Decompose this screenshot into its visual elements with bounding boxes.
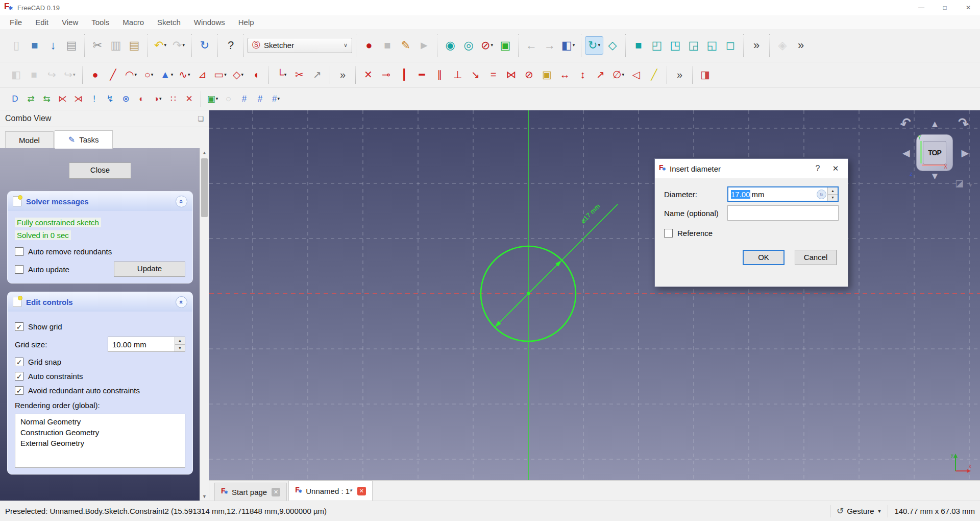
create-fillet-icon[interactable]: └▾ xyxy=(273,66,290,83)
diameter-dimension-label[interactable]: ⌀17 mm xyxy=(579,202,602,225)
dialog-help-button[interactable]: ? xyxy=(810,164,825,173)
diameter-dimension-line[interactable] xyxy=(495,204,618,327)
macro-edit-icon[interactable]: ✎ xyxy=(397,36,415,55)
toolbar-overflow-icon[interactable]: » xyxy=(671,66,689,83)
reference-checkbox[interactable]: ✓ xyxy=(664,229,673,238)
diameter-input[interactable]: 17.00 mm fx ▲▼ xyxy=(727,186,839,202)
menu-sketch[interactable]: Sketch xyxy=(151,18,187,27)
minimize-button[interactable]: — xyxy=(910,0,933,15)
create-bspline-icon[interactable]: ∿▾ xyxy=(176,66,193,83)
select-conflicting-icon[interactable]: ⋊ xyxy=(70,91,86,107)
show-grid-checkbox[interactable]: ✓ xyxy=(15,322,23,331)
texture-view-icon[interactable]: ▣ xyxy=(496,36,514,55)
menu-macro[interactable]: Macro xyxy=(116,18,151,27)
tab-tasks[interactable]: ✎Tasks xyxy=(55,130,113,149)
constrain-angle-icon[interactable]: ◁ xyxy=(627,66,645,83)
close-tab-icon[interactable]: ✕ xyxy=(272,488,280,496)
save-document-icon[interactable]: ↓ xyxy=(44,36,62,55)
auto-constraints-checkbox[interactable]: ✓ xyxy=(15,372,23,381)
menu-view[interactable]: View xyxy=(55,18,85,27)
task-close-button[interactable]: Close xyxy=(69,162,131,179)
macro-record-icon[interactable]: ● xyxy=(360,36,378,55)
workbench-selector[interactable]: ⓈSketcher∨ xyxy=(248,38,352,53)
menu-windows[interactable]: Windows xyxy=(187,18,232,27)
whats-this-icon[interactable]: ? xyxy=(222,36,240,55)
update-button[interactable]: Update xyxy=(114,262,185,277)
open-document-icon[interactable]: ■ xyxy=(26,36,44,55)
auto-remove-redundants-checkbox[interactable]: ✓ xyxy=(15,247,23,256)
list-item[interactable]: External Geometry xyxy=(15,438,185,448)
create-rectangle-icon[interactable]: ▭▾ xyxy=(211,66,229,83)
menu-edit[interactable]: Edit xyxy=(29,18,55,27)
nav-back-icon[interactable]: ← xyxy=(522,36,541,55)
grid-size-value[interactable]: 10.00 mm xyxy=(108,337,175,351)
create-conic-icon[interactable]: ▲▾ xyxy=(158,66,176,83)
view-front-icon[interactable]: ■ xyxy=(629,36,648,55)
create-slot-icon[interactable]: ◖ xyxy=(247,66,265,83)
nav-left-arrow-icon[interactable]: ◀ xyxy=(902,147,910,159)
document-tab[interactable]: F✱Unnamed : 1*✕ xyxy=(288,481,373,501)
avoid-redundant-checkbox[interactable]: ✓ xyxy=(15,386,23,395)
view-top-icon[interactable]: ◰ xyxy=(648,36,666,55)
constrain-symmetric-icon[interactable]: ⋈ xyxy=(502,66,520,83)
constrain-horizontal-icon[interactable]: ━ xyxy=(413,66,431,83)
ok-button[interactable]: OK xyxy=(743,250,785,265)
constrain-coincident-icon[interactable]: ✕ xyxy=(359,66,377,83)
constrain-equal-icon[interactable]: = xyxy=(484,66,502,83)
document-tab[interactable]: F✱Start page✕ xyxy=(214,483,287,501)
create-polyline-icon[interactable]: ⊿ xyxy=(193,66,211,83)
toolbar-overflow-icon[interactable]: » xyxy=(334,66,352,83)
fit-all-icon[interactable]: ◉ xyxy=(441,36,459,55)
view-bottom-icon[interactable]: ◱ xyxy=(703,36,721,55)
scroll-up-icon[interactable]: ▲ xyxy=(200,148,209,157)
constrain-parallel-icon[interactable]: ∥ xyxy=(431,66,449,83)
view-isometric-icon[interactable]: ◧▾ xyxy=(559,36,577,55)
create-line-icon[interactable]: ╱ xyxy=(104,66,122,83)
mini-cube-dropdown-icon[interactable]: ▾ xyxy=(969,182,972,188)
new-document-icon[interactable]: ▯ xyxy=(7,36,26,55)
rotate-ccw-icon[interactable]: ↶ xyxy=(898,114,914,133)
constrain-snells-law-icon[interactable]: ╱ xyxy=(645,66,663,83)
fit-selection-icon[interactable]: ◎ xyxy=(459,36,478,55)
constrain-point-on-object-icon[interactable]: ⊸ xyxy=(377,66,395,83)
scrollbar-thumb[interactable] xyxy=(201,158,208,217)
nav-down-arrow-icon[interactable]: ▼ xyxy=(930,171,940,182)
constrain-vertical-icon[interactable]: ┃ xyxy=(395,66,413,83)
external-geometry-icon[interactable]: ↗ xyxy=(308,66,326,83)
create-polygon-icon[interactable]: ◇▾ xyxy=(229,66,247,83)
formula-editor-icon[interactable]: fx xyxy=(817,190,826,199)
tab-model[interactable]: Model xyxy=(5,131,54,149)
panel-scrollbar[interactable]: ▲ ▼ xyxy=(200,148,209,501)
view-axonometric-icon[interactable]: ◇ xyxy=(603,36,622,55)
sketch-canvas[interactable]: ⌀17 mm xyxy=(209,110,980,480)
collapse-section-icon[interactable]: « xyxy=(176,196,187,207)
internal-geometry-icon[interactable]: ⊗ xyxy=(118,91,134,107)
circle-center-point[interactable] xyxy=(527,292,530,295)
grid-size-spinner[interactable]: ▲▼ xyxy=(175,337,185,351)
rotate-cw-icon[interactable]: ↷ xyxy=(955,114,971,133)
restore-button[interactable]: □ xyxy=(933,0,957,15)
collapse-section-icon[interactable]: « xyxy=(176,296,187,308)
navigation-style-button[interactable]: ↺ Gesture ▼ xyxy=(837,506,882,516)
grid-settings-icon[interactable]: #▾ xyxy=(268,91,284,107)
constrain-tangent-icon[interactable]: ↘ xyxy=(467,66,484,83)
view-rear-icon[interactable]: ◲ xyxy=(684,36,703,55)
constrain-perpendicular-icon[interactable]: ⊥ xyxy=(449,66,467,83)
menu-file[interactable]: File xyxy=(3,18,29,27)
constrain-block-icon[interactable]: ⊘ xyxy=(520,66,538,83)
nav-up-arrow-icon[interactable]: ▲ xyxy=(930,119,940,130)
auto-update-checkbox[interactable]: ✓ xyxy=(15,265,23,274)
element-filter-icon[interactable]: ▣▾ xyxy=(205,91,220,107)
redo-icon[interactable]: ↷▾ xyxy=(169,36,188,55)
select-redundant-icon[interactable]: ⋉ xyxy=(55,91,70,107)
create-arc-icon[interactable]: ◠▾ xyxy=(122,66,140,83)
view-right-icon[interactable]: ◳ xyxy=(666,36,684,55)
view-left-icon[interactable]: ◻ xyxy=(721,36,740,55)
grid-size-input[interactable]: 10.00 mm ▲▼ xyxy=(108,337,185,352)
grid-snap-checkbox[interactable]: ✓ xyxy=(15,358,23,366)
dialog-title-bar[interactable]: F✱ Insert diameter ? ✕ xyxy=(655,159,848,178)
sync-view-icon[interactable]: ↻▾ xyxy=(585,36,603,55)
macro-execute-icon[interactable]: ► xyxy=(415,36,433,55)
dialog-close-button[interactable]: ✕ xyxy=(825,164,846,173)
cut-icon[interactable]: ✂ xyxy=(88,36,107,55)
